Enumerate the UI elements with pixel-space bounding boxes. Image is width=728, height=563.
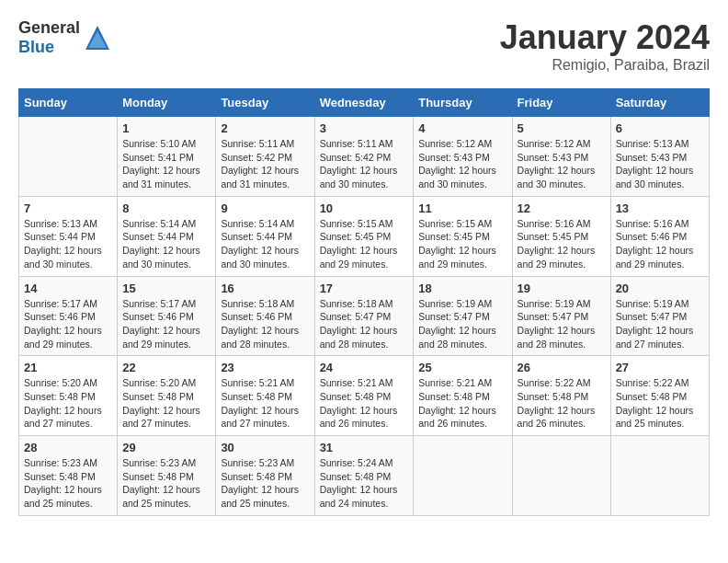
day-info: Sunrise: 5:17 AMSunset: 5:46 PMDaylight:… [24, 297, 112, 351]
calendar-cell: 14Sunrise: 5:17 AMSunset: 5:46 PMDayligh… [19, 276, 118, 356]
calendar-cell: 12Sunrise: 5:16 AMSunset: 5:45 PMDayligh… [512, 196, 610, 276]
calendar-cell: 21Sunrise: 5:20 AMSunset: 5:48 PMDayligh… [19, 356, 118, 436]
day-number: 5 [518, 121, 606, 135]
calendar-cell: 23Sunrise: 5:21 AMSunset: 5:48 PMDayligh… [216, 356, 314, 436]
day-info: Sunrise: 5:13 AMSunset: 5:43 PMDaylight:… [616, 137, 704, 191]
calendar-cell: 17Sunrise: 5:18 AMSunset: 5:47 PMDayligh… [314, 276, 414, 356]
calendar-header: SundayMondayTuesdayWednesdayThursdayFrid… [19, 89, 710, 117]
calendar-cell: 19Sunrise: 5:19 AMSunset: 5:47 PMDayligh… [512, 276, 610, 356]
day-number: 29 [122, 441, 210, 454]
day-info: Sunrise: 5:23 AMSunset: 5:48 PMDaylight:… [221, 456, 309, 511]
week-row-2: 7Sunrise: 5:13 AMSunset: 5:44 PMDaylight… [19, 196, 710, 276]
calendar-cell: 4Sunrise: 5:12 AMSunset: 5:43 PMDaylight… [414, 117, 512, 197]
col-header-monday: Monday [118, 89, 216, 117]
day-number: 20 [616, 282, 704, 295]
week-row-1: 1Sunrise: 5:10 AMSunset: 5:41 PMDaylight… [19, 117, 710, 197]
calendar-cell: 8Sunrise: 5:14 AMSunset: 5:44 PMDaylight… [118, 196, 216, 276]
day-info: Sunrise: 5:18 AMSunset: 5:47 PMDaylight:… [320, 297, 409, 351]
calendar-cell: 15Sunrise: 5:17 AMSunset: 5:46 PMDayligh… [118, 276, 216, 356]
day-number: 7 [24, 201, 112, 215]
calendar-cell: 7Sunrise: 5:13 AMSunset: 5:44 PMDaylight… [19, 196, 118, 276]
day-info: Sunrise: 5:15 AMSunset: 5:45 PMDaylight:… [418, 217, 506, 271]
week-row-4: 21Sunrise: 5:20 AMSunset: 5:48 PMDayligh… [19, 356, 710, 436]
day-info: Sunrise: 5:22 AMSunset: 5:48 PMDaylight:… [518, 376, 606, 431]
day-number: 26 [518, 361, 606, 374]
day-number: 13 [616, 201, 704, 215]
day-info: Sunrise: 5:19 AMSunset: 5:47 PMDaylight:… [418, 297, 506, 351]
col-header-thursday: Thursday [414, 89, 512, 117]
day-info: Sunrise: 5:23 AMSunset: 5:48 PMDaylight:… [24, 456, 112, 511]
day-info: Sunrise: 5:20 AMSunset: 5:48 PMDaylight:… [24, 376, 112, 431]
calendar-cell: 31Sunrise: 5:24 AMSunset: 5:48 PMDayligh… [314, 436, 414, 516]
calendar-cell [19, 117, 118, 197]
day-info: Sunrise: 5:18 AMSunset: 5:46 PMDaylight:… [221, 297, 309, 351]
calendar-cell: 9Sunrise: 5:14 AMSunset: 5:44 PMDaylight… [216, 196, 314, 276]
day-number: 8 [122, 201, 210, 215]
day-number: 31 [320, 441, 409, 454]
day-number: 10 [320, 201, 409, 215]
page-header: General Blue January 2024 Remigio, Parai… [18, 18, 710, 74]
calendar-cell: 24Sunrise: 5:21 AMSunset: 5:48 PMDayligh… [314, 356, 414, 436]
header-row: SundayMondayTuesdayWednesdayThursdayFrid… [19, 89, 710, 117]
logo-general: General [18, 18, 80, 37]
day-number: 16 [221, 282, 309, 295]
calendar-cell: 16Sunrise: 5:18 AMSunset: 5:46 PMDayligh… [216, 276, 314, 356]
calendar-cell: 29Sunrise: 5:23 AMSunset: 5:48 PMDayligh… [118, 436, 216, 516]
day-number: 1 [122, 121, 210, 135]
calendar-cell [610, 436, 709, 516]
day-number: 17 [320, 282, 409, 295]
location-subtitle: Remigio, Paraiba, Brazil [500, 57, 710, 74]
day-number: 12 [518, 201, 606, 215]
day-number: 3 [320, 121, 409, 135]
day-number: 19 [518, 282, 606, 295]
day-number: 28 [24, 441, 112, 454]
day-info: Sunrise: 5:15 AMSunset: 5:45 PMDaylight:… [320, 217, 409, 271]
day-info: Sunrise: 5:24 AMSunset: 5:48 PMDaylight:… [320, 456, 409, 511]
day-info: Sunrise: 5:11 AMSunset: 5:42 PMDaylight:… [320, 137, 409, 191]
calendar-cell: 22Sunrise: 5:20 AMSunset: 5:48 PMDayligh… [118, 356, 216, 436]
col-header-wednesday: Wednesday [314, 89, 414, 117]
calendar-cell: 28Sunrise: 5:23 AMSunset: 5:48 PMDayligh… [19, 436, 118, 516]
calendar-cell: 26Sunrise: 5:22 AMSunset: 5:48 PMDayligh… [512, 356, 610, 436]
day-info: Sunrise: 5:19 AMSunset: 5:47 PMDaylight:… [518, 297, 606, 351]
day-number: 24 [320, 361, 409, 374]
week-row-3: 14Sunrise: 5:17 AMSunset: 5:46 PMDayligh… [19, 276, 710, 356]
logo-blue: Blue [18, 38, 54, 56]
day-info: Sunrise: 5:11 AMSunset: 5:42 PMDaylight:… [221, 137, 309, 191]
day-number: 11 [418, 201, 506, 215]
day-info: Sunrise: 5:16 AMSunset: 5:45 PMDaylight:… [518, 217, 606, 271]
day-number: 23 [221, 361, 309, 374]
day-number: 22 [122, 361, 210, 374]
day-number: 21 [24, 361, 112, 374]
day-info: Sunrise: 5:21 AMSunset: 5:48 PMDaylight:… [221, 376, 309, 431]
calendar-cell: 27Sunrise: 5:22 AMSunset: 5:48 PMDayligh… [610, 356, 709, 436]
day-number: 14 [24, 282, 112, 295]
calendar-body: 1Sunrise: 5:10 AMSunset: 5:41 PMDaylight… [19, 117, 710, 516]
day-number: 18 [418, 282, 506, 295]
logo: General Blue [18, 18, 111, 57]
day-info: Sunrise: 5:14 AMSunset: 5:44 PMDaylight:… [221, 217, 309, 271]
calendar-cell: 11Sunrise: 5:15 AMSunset: 5:45 PMDayligh… [414, 196, 512, 276]
col-header-saturday: Saturday [610, 89, 709, 117]
calendar-cell: 13Sunrise: 5:16 AMSunset: 5:46 PMDayligh… [610, 196, 709, 276]
calendar-cell: 2Sunrise: 5:11 AMSunset: 5:42 PMDaylight… [216, 117, 314, 197]
day-number: 25 [418, 361, 506, 374]
title-block: January 2024 Remigio, Paraiba, Brazil [500, 18, 710, 74]
month-title: January 2024 [500, 18, 710, 57]
day-info: Sunrise: 5:12 AMSunset: 5:43 PMDaylight:… [418, 137, 506, 191]
day-info: Sunrise: 5:16 AMSunset: 5:46 PMDaylight:… [616, 217, 704, 271]
day-info: Sunrise: 5:22 AMSunset: 5:48 PMDaylight:… [616, 376, 704, 431]
day-info: Sunrise: 5:17 AMSunset: 5:46 PMDaylight:… [122, 297, 210, 351]
calendar-cell: 20Sunrise: 5:19 AMSunset: 5:47 PMDayligh… [610, 276, 709, 356]
calendar-cell: 18Sunrise: 5:19 AMSunset: 5:47 PMDayligh… [414, 276, 512, 356]
day-info: Sunrise: 5:12 AMSunset: 5:43 PMDaylight:… [518, 137, 606, 191]
calendar-cell: 30Sunrise: 5:23 AMSunset: 5:48 PMDayligh… [216, 436, 314, 516]
day-number: 2 [221, 121, 309, 135]
week-row-5: 28Sunrise: 5:23 AMSunset: 5:48 PMDayligh… [19, 436, 710, 516]
day-number: 6 [616, 121, 704, 135]
calendar-cell: 6Sunrise: 5:13 AMSunset: 5:43 PMDaylight… [610, 117, 709, 197]
calendar-cell: 5Sunrise: 5:12 AMSunset: 5:43 PMDaylight… [512, 117, 610, 197]
calendar-cell: 10Sunrise: 5:15 AMSunset: 5:45 PMDayligh… [314, 196, 414, 276]
day-number: 27 [616, 361, 704, 374]
calendar-table: SundayMondayTuesdayWednesdayThursdayFrid… [18, 88, 710, 516]
